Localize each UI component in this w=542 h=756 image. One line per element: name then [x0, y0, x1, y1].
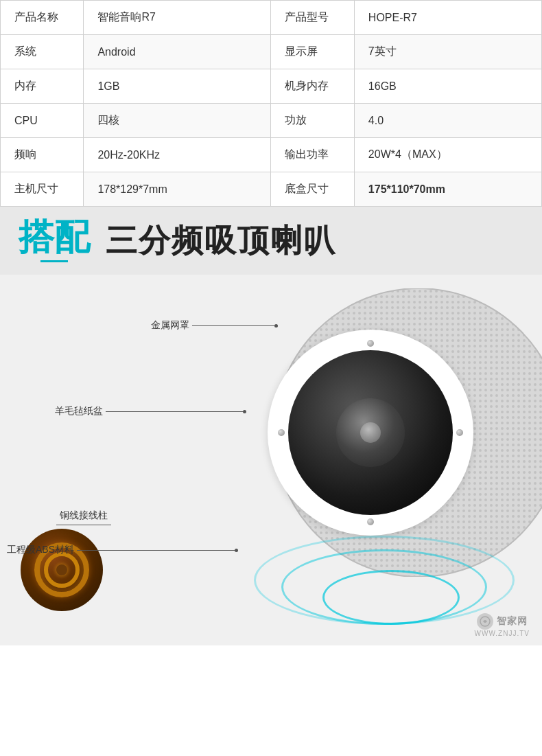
- spec-label: CPU: [1, 104, 84, 138]
- spec-value: 175*110*70mm: [354, 172, 541, 207]
- banner-highlight: 搭配: [16, 219, 92, 262]
- spec-label: 功放: [271, 104, 354, 138]
- banner-title: 三分频吸顶喇叭: [106, 220, 336, 262]
- annotation-abs-material: 工程级ABS材料: [7, 544, 238, 556]
- spec-value: 16GB: [354, 69, 541, 104]
- sound-waves: [254, 542, 515, 625]
- annotation-metal-mesh-text: 金属网罩: [151, 319, 189, 332]
- annotation-abs-text: 工程级ABS材料: [7, 544, 74, 556]
- spec-value: HOPE-R7: [354, 1, 541, 35]
- diagram-section: 金属网罩 羊毛毡纸盆 工程级ABS材料 铜线接线柱 智家网: [0, 275, 542, 645]
- speaker-center: [336, 398, 405, 467]
- spec-label: 产品名称: [1, 1, 84, 35]
- annotation-metal-mesh: 金属网罩: [151, 319, 278, 332]
- spec-label: 内存: [1, 69, 84, 104]
- spec-label: 输出功率: [271, 138, 354, 172]
- watermark-icon: [477, 613, 493, 630]
- specs-table: 产品名称 智能音响R7 产品型号 HOPE-R7 系统 Android 显示屏 …: [0, 0, 542, 207]
- speaker-body: [268, 330, 473, 536]
- banner-section: 搭配 三分频吸顶喇叭: [0, 207, 542, 275]
- banner-highlight-text: 搭配: [19, 219, 90, 255]
- annotation-copper-terminal: 铜线接线柱: [56, 509, 111, 525]
- spec-value: 1GB: [84, 69, 271, 104]
- watermark: 智家网 WWW.ZNJJ.TV: [475, 613, 530, 637]
- annotation-wool-cone-text: 羊毛毡纸盆: [55, 405, 103, 417]
- spec-value: 178*129*7mm: [84, 172, 271, 207]
- spec-label: 系统: [1, 35, 84, 69]
- spec-value: 智能音响R7: [84, 1, 271, 35]
- watermark-logo: 智家网: [477, 613, 528, 630]
- spec-value: 4.0: [354, 104, 541, 138]
- spec-label: 底盒尺寸: [271, 172, 354, 207]
- spec-value: 20Hz-20KHz: [84, 138, 271, 172]
- banner-dash: [40, 260, 68, 262]
- wave-3: [254, 536, 515, 625]
- watermark-url-text: WWW.ZNJJ.TV: [475, 630, 530, 637]
- spec-value: 20W*4（MAX）: [354, 138, 541, 172]
- watermark-brand-text: 智家网: [497, 615, 528, 628]
- spec-label: 机身内存: [271, 69, 354, 104]
- spec-value: 四核: [84, 104, 271, 138]
- annotation-wool-cone: 羊毛毡纸盆: [55, 405, 246, 417]
- copper-coil-image: [21, 529, 103, 611]
- annotation-copper-text: 铜线接线柱: [60, 509, 108, 522]
- spec-label: 主机尺寸: [1, 172, 84, 207]
- spec-value: 7英寸: [354, 35, 541, 69]
- spec-label: 显示屏: [271, 35, 354, 69]
- spec-label: 产品型号: [271, 1, 354, 35]
- spec-value: Android: [84, 35, 271, 69]
- spec-label: 频响: [1, 138, 84, 172]
